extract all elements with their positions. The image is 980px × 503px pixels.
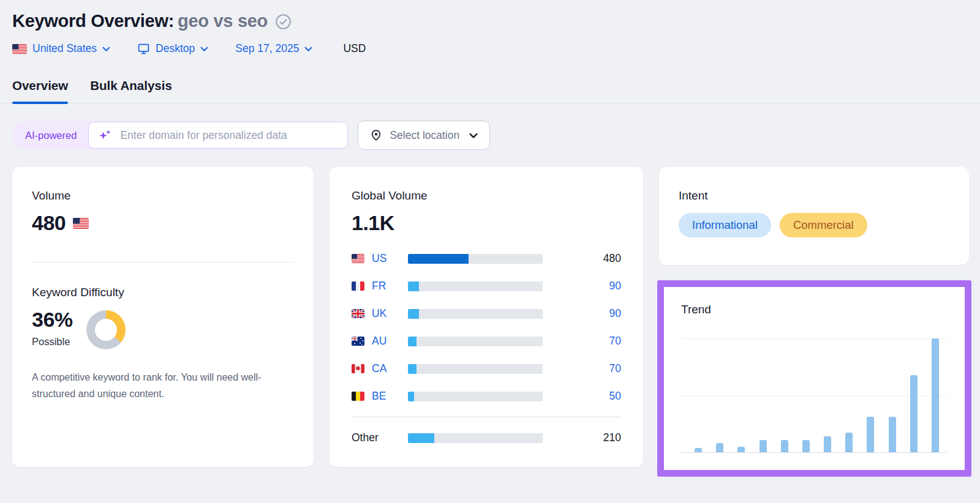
global-volume-title: Global Volume — [352, 189, 621, 203]
uk-flag-icon — [352, 309, 364, 318]
keyword-difficulty-row: 36% Possible — [32, 308, 294, 349]
au-flag-icon — [352, 337, 364, 346]
country-volume-bar — [408, 309, 543, 319]
country-volume-value: 50 — [609, 390, 621, 403]
desktop-monitor-icon — [137, 42, 150, 55]
tab-overview[interactable]: Overview — [12, 73, 68, 103]
chevron-down-icon — [102, 47, 110, 52]
currency-label: USD — [343, 42, 366, 55]
kd-donut-chart — [86, 310, 126, 349]
select-location-label: Select location — [390, 129, 459, 142]
global-volume-row[interactable]: UK 90 — [352, 300, 621, 327]
kd-description: A competitive keyword to rank for. You w… — [32, 369, 283, 402]
trend-chart — [681, 338, 948, 453]
trend-bar — [867, 417, 874, 452]
domain-input[interactable] — [119, 129, 338, 143]
country-volume-value: 90 — [609, 307, 621, 320]
country-cell: UK — [352, 307, 408, 320]
country-link[interactable]: US — [372, 252, 386, 265]
country-volume-value: 70 — [609, 335, 621, 348]
country-volume-bar — [408, 254, 543, 264]
trend-title: Trend — [681, 303, 948, 316]
chevron-down-icon — [200, 47, 208, 52]
chevron-down-icon — [469, 133, 478, 139]
us-flag-icon — [12, 44, 27, 54]
global-volume-row[interactable]: BE 50 — [352, 382, 621, 410]
country-volume-bar-fill — [408, 433, 434, 443]
country-volume-bar-fill — [408, 281, 419, 291]
page-title: Keyword Overview:geo vs seo — [12, 11, 268, 31]
volume-value: 480 — [32, 211, 66, 235]
global-volume-table: US 480 FR 90 UK 90 AU — [352, 245, 621, 452]
kd-percent-value: 36% — [32, 308, 73, 332]
country-cell: BE — [352, 390, 408, 403]
country-filter[interactable]: United States — [12, 42, 110, 55]
intent-card: Intent Informational Commercial — [659, 167, 969, 265]
us-flag-icon — [352, 254, 364, 263]
global-volume-row[interactable]: CA 70 — [352, 355, 621, 382]
country-volume-value: 90 — [609, 280, 621, 292]
trend-card-highlighted: Trend — [657, 280, 971, 477]
intent-badge-commercial[interactable]: Commercial — [780, 213, 867, 237]
global-volume-row[interactable]: AU 70 — [352, 327, 621, 355]
ai-powered-banner: AI-powered — [12, 121, 349, 150]
trend-bar — [802, 440, 810, 452]
chevron-down-icon — [304, 47, 312, 52]
tab-bulk-analysis[interactable]: Bulk Analysis — [90, 73, 172, 103]
country-volume-bar — [408, 433, 543, 443]
page-header: Keyword Overview:geo vs seo — [12, 11, 969, 31]
date-filter[interactable]: Sep 17, 2025 — [235, 42, 312, 55]
sparkles-icon — [98, 129, 112, 143]
country-volume-bar — [408, 392, 543, 401]
us-flag-icon — [73, 218, 89, 229]
country-volume-value: 70 — [609, 362, 621, 375]
domain-input-wrap[interactable] — [88, 122, 348, 149]
trend-bar — [889, 417, 896, 452]
check-circle-icon — [275, 13, 292, 30]
country-link[interactable]: FR — [372, 280, 386, 292]
be-flag-icon — [352, 392, 364, 401]
device-filter[interactable]: Desktop — [137, 42, 208, 55]
global-volume-total: 1.1K — [352, 211, 621, 235]
kd-value-block: 36% Possible — [32, 308, 73, 348]
country-link[interactable]: UK — [372, 307, 386, 320]
intent-badge-informational[interactable]: Informational — [679, 213, 771, 237]
country-volume-bar-fill — [408, 309, 419, 319]
volume-title: Volume — [32, 189, 294, 203]
country-link[interactable]: AU — [372, 335, 386, 348]
trend-bar — [716, 443, 723, 452]
kd-level-label: Possible — [32, 336, 73, 348]
select-location-button[interactable]: Select location — [358, 121, 490, 150]
global-volume-card: Global Volume 1.1K US 480 FR 90 UK 90 — [330, 167, 643, 467]
country-link[interactable]: CA — [372, 362, 386, 375]
country-filter-label: United States — [32, 42, 97, 55]
country-volume-value: 480 — [603, 252, 621, 265]
global-volume-row[interactable]: Other 210 — [352, 424, 621, 452]
trend-bar — [737, 447, 745, 452]
country-volume-bar — [408, 364, 543, 374]
trend-bar — [910, 375, 918, 452]
tab-bar: Overview Bulk Analysis — [0, 73, 980, 103]
country-volume-bar-fill — [408, 337, 417, 346]
keyword-overview-page: Keyword Overview:geo vs seo United State… — [0, 0, 980, 477]
volume-card: Volume 480 Keyword Difficulty 36% Possib… — [12, 167, 314, 467]
country-link[interactable]: BE — [372, 390, 386, 403]
country-volume-bar — [408, 337, 543, 346]
keyword-text: geo vs seo — [178, 11, 268, 31]
trend-bars — [681, 338, 948, 452]
country-cell: US — [352, 252, 408, 265]
trend-bar — [845, 433, 853, 452]
other-label: Other — [352, 431, 379, 444]
trend-bar — [695, 448, 702, 452]
intent-badges: Informational Commercial — [679, 213, 949, 237]
ai-powered-label: AI-powered — [13, 130, 88, 141]
country-volume-bar-fill — [408, 254, 469, 264]
country-cell: FR — [352, 280, 408, 292]
country-volume-bar — [408, 281, 543, 291]
keyword-difficulty-title: Keyword Difficulty — [32, 286, 294, 299]
device-filter-label: Desktop — [156, 42, 195, 55]
global-volume-row[interactable]: FR 90 — [352, 272, 621, 300]
global-volume-row[interactable]: US 480 — [352, 245, 621, 272]
right-column: Intent Informational Commercial Trend — [659, 167, 969, 477]
country-cell: CA — [352, 362, 408, 375]
